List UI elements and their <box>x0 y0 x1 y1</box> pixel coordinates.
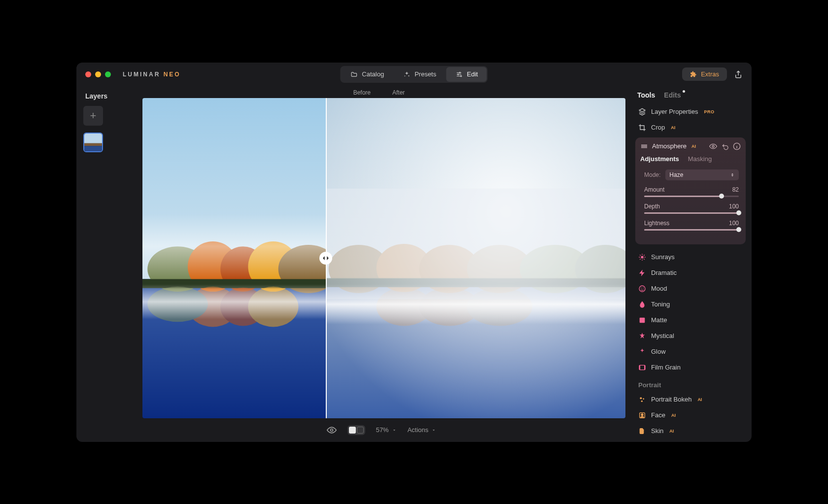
svg-point-38 <box>641 256 643 258</box>
info-button[interactable] <box>733 142 741 150</box>
slider-amount[interactable]: Amount82 <box>644 186 739 197</box>
slider-thumb[interactable] <box>719 194 724 199</box>
svg-rect-34 <box>326 188 625 299</box>
tool-film_grain[interactable]: Film Grain <box>635 360 746 375</box>
mode-label: Mode: <box>644 171 660 178</box>
slider-thumb[interactable] <box>736 210 741 215</box>
slider-label: Lightness <box>644 220 669 227</box>
slider-value: 100 <box>729 203 739 210</box>
tool-label: Portrait Bokeh <box>651 396 691 403</box>
toning-icon <box>638 301 646 308</box>
pro-badge: PRO <box>704 109 714 114</box>
tool-label: Film Grain <box>651 364 681 371</box>
slider-depth[interactable]: Depth100 <box>644 203 739 214</box>
tool-toning[interactable]: Toning <box>635 297 746 312</box>
slider-value: 100 <box>729 220 739 227</box>
portrait_bokeh-icon <box>638 396 646 403</box>
zoom-dropdown[interactable]: 57% <box>376 426 397 434</box>
maximize-window-button[interactable] <box>105 71 111 77</box>
share-icon[interactable] <box>734 70 743 79</box>
tool-dramatic[interactable]: Dramatic <box>635 265 746 281</box>
subtab-adjustments[interactable]: Adjustments <box>640 155 679 163</box>
svg-rect-44 <box>639 365 640 370</box>
tool-layer-properties-label: Layer Properties <box>651 108 698 115</box>
dramatic-icon <box>638 269 646 277</box>
tool-layer-properties[interactable]: Layer Properties PRO <box>635 104 746 120</box>
tool-label: Dramatic <box>651 269 677 276</box>
tool-label: Mood <box>651 285 667 292</box>
svg-point-1 <box>457 73 458 74</box>
add-layer-button[interactable]: + <box>83 106 103 126</box>
puzzle-icon <box>690 71 697 78</box>
eye-icon <box>327 425 337 435</box>
tool-label: Sunrays <box>651 253 675 261</box>
svg-rect-4 <box>84 143 102 145</box>
brand-part1: LUMINAR <box>123 71 160 78</box>
ai-badge: AI <box>697 397 702 402</box>
layers-panel: Layers + <box>76 86 131 442</box>
slider-label: Depth <box>644 203 660 210</box>
svg-rect-3 <box>84 134 102 143</box>
actions-dropdown[interactable]: Actions <box>408 426 437 434</box>
compare-mode-toggle[interactable] <box>347 425 365 435</box>
subtab-masking[interactable]: Masking <box>688 155 712 163</box>
brand-part2: NEO <box>164 71 181 78</box>
layer-thumbnail[interactable] <box>83 133 103 152</box>
tool-label: Matte <box>651 316 667 324</box>
extras-button[interactable]: Extras <box>682 67 727 81</box>
right-tab-edits[interactable]: Edits <box>664 91 681 99</box>
sunrays-icon <box>638 253 646 261</box>
svg-rect-19 <box>142 213 326 279</box>
slider-lightness[interactable]: Lightness100 <box>644 220 739 231</box>
tab-edit-label: Edit <box>467 70 478 78</box>
mystical-icon <box>638 332 646 340</box>
visibility-toggle[interactable] <box>709 142 717 150</box>
extras-label: Extras <box>701 70 719 78</box>
minimize-window-button[interactable] <box>95 71 101 77</box>
actions-label: Actions <box>408 426 429 434</box>
svg-point-50 <box>641 413 643 415</box>
before-label: Before <box>353 89 371 96</box>
svg-point-47 <box>643 398 644 400</box>
tab-edit[interactable]: Edit <box>446 67 486 82</box>
tool-label: Skin <box>651 427 663 435</box>
canvas-area: Before After <box>131 86 632 442</box>
tab-catalog-label: Catalog <box>362 70 384 78</box>
window-controls <box>85 71 111 77</box>
preview-toggle[interactable] <box>327 425 337 435</box>
slider-thumb[interactable] <box>736 227 741 232</box>
tool-label: Toning <box>651 301 670 308</box>
mood-icon <box>638 285 646 293</box>
compare-handle[interactable] <box>319 252 332 265</box>
tool-glow[interactable]: Glow <box>635 344 746 360</box>
tool-body[interactable]: BodyAI <box>635 439 746 442</box>
mode-switcher: Catalog Presets Edit <box>340 66 487 83</box>
image-viewport[interactable] <box>142 98 625 418</box>
tool-sunrays[interactable]: Sunrays <box>635 249 746 265</box>
svg-point-41 <box>643 287 644 288</box>
tool-label: Mystical <box>651 332 674 339</box>
tool-matte[interactable]: Matte <box>635 312 746 328</box>
tool-label: Face <box>651 411 665 419</box>
mode-select[interactable]: Haze <box>665 169 739 180</box>
ai-badge: AI <box>671 125 675 130</box>
reset-button[interactable] <box>721 142 729 150</box>
tool-portrait_bokeh[interactable]: Portrait BokehAI <box>635 392 746 407</box>
tool-crop[interactable]: Crop AI <box>635 120 746 135</box>
right-tab-tools[interactable]: Tools <box>637 91 655 99</box>
atmosphere-panel: Atmosphere AI Adjustments Masking Mode: <box>635 137 746 244</box>
select-arrows-icon <box>730 172 735 177</box>
tools-panel: Tools Edits Layer Properties PRO Crop AI <box>632 86 752 442</box>
tool-skin[interactable]: SkinAI <box>635 423 746 439</box>
face-icon <box>638 411 646 419</box>
tool-face[interactable]: FaceAI <box>635 407 746 423</box>
tool-mood[interactable]: Mood <box>635 281 746 297</box>
tab-presets[interactable]: Presets <box>394 67 445 82</box>
tool-mystical[interactable]: Mystical <box>635 328 746 344</box>
svg-point-40 <box>641 287 642 288</box>
tab-catalog[interactable]: Catalog <box>341 67 393 82</box>
skin-icon <box>638 427 646 435</box>
layers-icon <box>638 108 646 116</box>
close-window-button[interactable] <box>85 71 91 77</box>
layers-title: Layers <box>85 92 131 100</box>
